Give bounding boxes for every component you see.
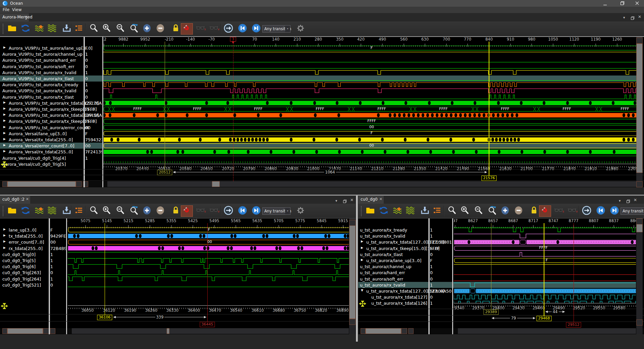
zoom-out-button[interactable] [473,205,485,217]
hscroll-wave-handle[interactable] [167,328,169,334]
add-button[interactable] [141,23,153,35]
vscroll-bottom-box[interactable] [349,319,356,325]
minimize-button[interactable] [600,0,610,7]
expand-icon[interactable]: ▶ [3,137,6,141]
expand-icon[interactable]: ▶ [3,228,6,231]
prev-transition-button[interactable] [236,23,249,35]
snap-magnet-button[interactable] [181,23,193,35]
zoom-fit-button[interactable] [88,205,100,217]
restore-button[interactable] [617,0,627,7]
zoom-fit-button[interactable] [446,205,458,217]
expand-icon[interactable]: ▶ [361,240,363,243]
transition-mode-dropdown[interactable]: Any transition▾ [262,207,290,215]
vscroll-top-box[interactable] [636,218,643,225]
next-transition-button[interactable] [250,23,262,35]
remove-button[interactable] [154,23,166,35]
lock-button[interactable] [170,23,182,35]
expand-icon[interactable]: ▶ [3,107,6,110]
cursor-line[interactable] [544,223,544,316]
vscroll-top-box[interactable] [349,220,356,226]
hscroll-wave-track[interactable] [107,181,636,187]
br-panel-menu-icon[interactable]: ▼ [619,200,623,203]
main-panel-menu-icon[interactable]: ▼ [623,16,627,20]
tab-aurora-merged[interactable]: Aurora-Merged✕ [0,13,29,21]
waveform-area[interactable] [454,227,636,303]
values-splitter[interactable] [452,218,453,334]
goto-arrow-button[interactable] [222,23,234,35]
dropdown-arrow-section[interactable]: ▾ [285,208,290,214]
tab-cu0-dg0-2[interactable]: cu0_dg0 :2✕ [0,196,30,204]
vscrollbar-handle[interactable] [349,226,356,319]
expand-icon[interactable]: ▶ [3,46,6,49]
zoom-out-button[interactable] [114,23,126,35]
open-folder-button[interactable] [6,205,18,217]
expand-icon[interactable]: ▶ [3,143,6,147]
search-signal-v-button[interactable]: v [209,23,221,35]
refresh-button[interactable] [19,205,32,217]
settings-gear-button[interactable] [294,23,307,35]
zoom-in-button[interactable] [101,205,113,217]
expand-icon[interactable]: ▶ [3,119,6,122]
edit-waves-button[interactable] [391,205,404,217]
zoom-fit-button[interactable] [88,23,100,35]
expand-icon[interactable]: ▶ [3,149,6,153]
hscroll-wave-handle[interactable] [212,181,220,187]
snap-magnet-button[interactable] [539,205,551,217]
expand-icon[interactable]: ▶ [3,101,6,104]
transition-mode-dropdown[interactable]: Any transition▾ [621,207,644,215]
vscrollbar-handle[interactable] [636,224,643,232]
search-signal-s-button[interactable]: s [195,23,207,35]
goto-arrow-button[interactable] [222,205,234,217]
main-panel-float-icon[interactable] [631,15,635,20]
next-transition-button[interactable] [608,205,621,217]
zoom-undo-button[interactable] [486,205,498,217]
expand-icon[interactable]: ▶ [361,246,363,249]
collapse-icon[interactable]: ▼ [361,289,363,292]
search-signal-s-button[interactable]: s [553,205,566,217]
open-folder-button[interactable] [364,205,376,217]
bl-panel-close-icon[interactable]: ✕ [350,198,354,202]
dropdown-arrow-section[interactable]: ▾ [285,26,290,32]
signal-list-button[interactable] [73,23,85,35]
expand-icon[interactable]: ▶ [3,125,6,129]
fit-cursors-icon[interactable] [1,161,8,168]
hscroll-box-2[interactable] [76,181,82,187]
prev-transition-button[interactable] [236,205,249,217]
edit-waves-button[interactable] [33,23,45,35]
edit-waves-button[interactable] [33,205,45,217]
hscroll-box-3[interactable] [50,328,55,334]
hscroll-box-1[interactable] [2,181,7,187]
prev-transition-button[interactable] [595,205,607,217]
cursor-line[interactable] [233,42,233,181]
names-splitter[interactable] [428,218,430,334]
cursor-line[interactable] [207,223,208,322]
values-splitter[interactable] [66,218,67,334]
expand-icon[interactable]: ▶ [3,131,6,135]
expand-icon[interactable]: ▶ [361,258,363,261]
fit-cursors-icon[interactable] [359,300,366,307]
vscroll-bottom-box[interactable] [636,181,643,187]
search-signal-v-button[interactable]: v [567,205,579,217]
remove-button[interactable] [513,205,525,217]
lock-button[interactable] [170,205,182,217]
cursor-line[interactable] [105,223,105,315]
zoom-in-button[interactable] [101,23,113,35]
hscrollbar-handle[interactable] [7,328,43,334]
expand-icon[interactable]: ▶ [3,246,6,249]
remove-button[interactable] [154,205,166,217]
br-panel-float-icon[interactable] [626,198,631,203]
toolbar-drag-handle[interactable] [3,24,4,34]
refresh-button[interactable] [378,205,390,217]
refresh-button[interactable] [19,23,32,35]
hscroll-wave-track[interactable] [72,328,349,334]
waveform-area[interactable] [68,227,349,288]
toolbar-drag-handle[interactable] [361,206,362,216]
lock-button[interactable] [528,205,540,217]
hscrollbar-handle[interactable] [7,181,76,187]
cursor-line[interactable] [491,223,491,309]
tab-cu0-dg0[interactable]: cu0_dg0✕ [358,196,384,204]
zoom-undo-button[interactable] [128,23,140,35]
cursor-line[interactable] [489,42,489,176]
expand-icon[interactable]: ▶ [3,234,6,237]
next-transition-button[interactable] [250,205,262,217]
